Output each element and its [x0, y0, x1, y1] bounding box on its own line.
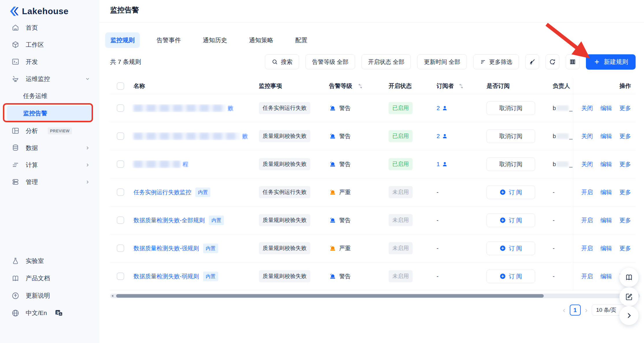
action-enable[interactable]: 开启 — [581, 244, 593, 252]
action-edit[interactable]: 编辑 — [600, 272, 612, 280]
action-more[interactable]: 更多 — [619, 160, 631, 168]
prev-page-button[interactable]: ‹ — [563, 306, 565, 314]
siren-warning-icon — [329, 161, 336, 168]
subscriber-count: - — [437, 217, 439, 224]
refresh-button[interactable] — [545, 54, 559, 69]
row-checkbox[interactable] — [117, 104, 124, 112]
action-edit[interactable]: 编辑 — [600, 160, 612, 168]
subscriber-count[interactable]: 2 — [437, 105, 440, 112]
scroll-left-arrow-icon[interactable] — [111, 294, 114, 297]
sort-icon[interactable] — [458, 83, 464, 89]
sidebar-item-task-ops[interactable]: 任务运维 — [0, 87, 99, 104]
rule-name-link[interactable]: 数据质量检测失败-强规则 — [133, 244, 199, 252]
filter-status-button[interactable]: 开启状态 全部 — [361, 54, 411, 69]
unsubscribe-button[interactable]: 取消订阅 — [487, 129, 535, 143]
row-checkbox[interactable] — [117, 160, 124, 168]
sidebar-item-workspace[interactable]: 工作区 — [0, 36, 99, 53]
subscribe-button[interactable]: 订 阅 — [487, 242, 535, 255]
action-close[interactable]: 关闭 — [581, 160, 593, 168]
more-filters-button[interactable]: 更多筛选 — [473, 54, 519, 69]
filter-level-button[interactable]: 告警等级 全部 — [305, 54, 355, 69]
select-all-checkbox[interactable] — [117, 82, 124, 90]
docs-float-button[interactable] — [619, 268, 639, 287]
chevron-down-icon — [85, 76, 90, 81]
rule-name-redacted[interactable] — [133, 160, 180, 168]
sidebar-item-monitor-alert[interactable]: 监控告警 — [7, 106, 93, 121]
alert-level: 严重 — [323, 244, 383, 252]
action-more[interactable]: 更多 — [619, 188, 631, 196]
filter-lines-icon — [480, 59, 486, 65]
action-close[interactable]: 关闭 — [581, 132, 593, 140]
action-edit[interactable]: 编辑 — [600, 244, 612, 252]
sidebar-item-lab[interactable]: 实验室 — [0, 252, 99, 270]
scrollbar-thumb[interactable] — [116, 294, 544, 298]
rule-name-link[interactable]: 数据质量检测失败-全部规则 — [133, 216, 205, 224]
current-page[interactable]: 1 — [570, 305, 581, 316]
row-checkbox[interactable] — [117, 216, 124, 224]
action-edit[interactable]: 编辑 — [600, 188, 612, 196]
action-enable[interactable]: 开启 — [581, 216, 593, 224]
unsubscribe-button[interactable]: 取消订阅 — [487, 101, 535, 115]
tab-notify-history[interactable]: 通知历史 — [198, 32, 232, 48]
clear-filters-button[interactable] — [525, 54, 539, 69]
sidebar-item-develop[interactable]: 开发 — [0, 53, 99, 70]
sidebar-item-home[interactable]: 首页 — [0, 19, 99, 36]
status-badge: 未启用 — [389, 270, 413, 282]
lines-icon — [12, 161, 19, 169]
subscribe-button[interactable]: 订 阅 — [487, 270, 535, 283]
create-rule-button[interactable]: 新建规则 — [586, 54, 636, 70]
sort-icon[interactable] — [357, 83, 363, 89]
sidebar-item-data[interactable]: 数据 — [0, 139, 99, 156]
rule-name-redacted[interactable] — [133, 132, 240, 140]
sidebar-item-analysis[interactable]: 分析 PREVIEW — [0, 122, 99, 139]
rule-name-link[interactable]: 任务实例运行失败监控 — [133, 188, 191, 196]
search-button[interactable]: 搜索 — [265, 54, 299, 69]
action-more[interactable]: 更多 — [619, 244, 631, 252]
action-more[interactable]: 更多 — [619, 132, 631, 140]
monitor-item-tag: 任务实例运行失败 — [259, 186, 310, 198]
plus-icon — [593, 58, 600, 65]
sidebar-item-label: 实验室 — [26, 257, 44, 265]
tab-notify-policy[interactable]: 通知策略 — [244, 32, 279, 48]
sidebar-item-docs[interactable]: 产品文档 — [0, 270, 99, 287]
subscribe-button[interactable]: 订 阅 — [487, 186, 535, 199]
sidebar-item-label: 中文/En — [26, 309, 47, 317]
app-root: Lakehouse 首页 工作区 开发 运维监控 任务运维 — [0, 0, 644, 343]
action-more[interactable]: 更多 — [619, 104, 631, 112]
sidebar-item-manage[interactable]: 管理 — [0, 173, 99, 190]
feedback-float-button[interactable] — [619, 287, 639, 306]
rule-name-link[interactable]: 数据质量检测失败-弱规则 — [133, 272, 199, 280]
globe-icon — [12, 309, 19, 317]
sidebar-item-language[interactable]: 中文/En 文A — [0, 304, 99, 322]
action-edit[interactable]: 编辑 — [600, 216, 612, 224]
next-page-button[interactable]: › — [585, 306, 588, 314]
row-checkbox[interactable] — [117, 132, 124, 140]
subscriber-count[interactable]: 2 — [437, 133, 440, 140]
subscriber-count[interactable]: 1 — [437, 161, 440, 168]
sidebar-item-updates[interactable]: 更新说明 — [0, 287, 99, 304]
sidebar-item-compute[interactable]: 计算 — [0, 156, 99, 173]
filter-time-button[interactable]: 更新时间 全部 — [417, 54, 467, 69]
tab-config[interactable]: 配置 — [290, 32, 313, 48]
rule-name-redacted[interactable] — [133, 104, 225, 112]
col-subscribed: 是否订阅 — [480, 82, 549, 90]
action-enable[interactable]: 开启 — [581, 188, 593, 196]
action-enable[interactable]: 开启 — [581, 272, 593, 280]
action-edit[interactable]: 编辑 — [600, 104, 612, 112]
sidebar-item-ops-monitor[interactable]: 运维监控 — [0, 70, 99, 87]
tab-monitor-rules[interactable]: 监控规则 — [105, 32, 140, 48]
row-checkbox[interactable] — [117, 244, 124, 252]
action-close[interactable]: 关闭 — [581, 104, 593, 112]
row-checkbox[interactable] — [117, 272, 124, 280]
action-edit[interactable]: 编辑 — [600, 132, 612, 140]
col-monitor-item: 监控事项 — [253, 82, 323, 90]
col-subscribers: 订阅者 — [431, 82, 480, 90]
subscribe-button[interactable]: 订 阅 — [487, 214, 535, 227]
row-checkbox[interactable] — [117, 188, 124, 196]
unsubscribe-button[interactable]: 取消订阅 — [487, 157, 535, 171]
column-settings-button[interactable] — [566, 54, 580, 69]
action-more[interactable]: 更多 — [619, 216, 631, 224]
horizontal-scrollbar[interactable] — [110, 294, 640, 298]
tab-alert-events[interactable]: 告警事件 — [151, 32, 186, 48]
expand-float-button[interactable] — [619, 306, 639, 325]
